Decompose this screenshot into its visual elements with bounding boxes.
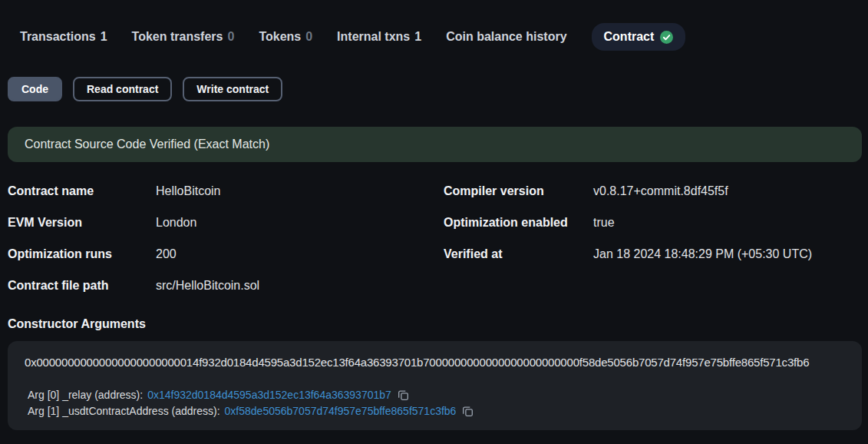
tab-label: Coin balance history bbox=[446, 30, 566, 44]
tab-transactions[interactable]: Transactions 1 bbox=[20, 30, 107, 44]
arg-1-prefix: Arg [1] _usdtContractAddress (address): bbox=[28, 403, 220, 419]
tab-coin-balance-history[interactable]: Coin balance history bbox=[446, 30, 566, 44]
tab-bar: Transactions 1 Token transfers 0 Tokens … bbox=[20, 22, 868, 52]
tab-label: Tokens bbox=[259, 30, 301, 44]
tab-count: 1 bbox=[101, 30, 107, 44]
contract-info-grid: Contract name HelloBitcoin Compiler vers… bbox=[8, 184, 868, 293]
verified-check-icon bbox=[660, 31, 673, 44]
tab-internal-txns[interactable]: Internal txns 1 bbox=[337, 30, 421, 44]
tab-label: Token transfers bbox=[132, 30, 223, 44]
contract-file-path-label: Contract file path bbox=[8, 279, 156, 293]
tab-label: Contract bbox=[604, 30, 655, 44]
arg-1-address-link[interactable]: 0xf58de5056b7057d74f957e75bffe865f571c3f… bbox=[225, 403, 457, 419]
evm-version-value: London bbox=[156, 216, 444, 230]
compiler-version-value: v0.8.17+commit.8df45f5f bbox=[593, 184, 868, 198]
contract-file-path-value: src/HelloBitcoin.sol bbox=[156, 279, 444, 293]
tab-contract[interactable]: Contract bbox=[592, 23, 686, 51]
decoded-args-list: Arg [0] _relay (address): 0x14f932d0184d… bbox=[28, 387, 845, 419]
constructor-arguments-block: 0x00000000000000000000000014f932d0184d45… bbox=[8, 341, 862, 430]
arg-row-1: Arg [1] _usdtContractAddress (address): … bbox=[28, 403, 845, 419]
code-button[interactable]: Code bbox=[8, 77, 62, 101]
optimization-enabled-label: Optimization enabled bbox=[444, 216, 593, 230]
read-contract-button[interactable]: Read contract bbox=[73, 77, 172, 101]
contract-subtabs: Code Read contract Write contract bbox=[8, 77, 868, 101]
optimization-enabled-value: true bbox=[593, 216, 868, 230]
evm-version-label: EVM Version bbox=[8, 216, 156, 230]
tab-count: 1 bbox=[414, 30, 421, 44]
arg-row-0: Arg [0] _relay (address): 0x14f932d0184d… bbox=[28, 387, 845, 403]
arg-0-prefix: Arg [0] _relay (address): bbox=[28, 387, 143, 403]
contract-name-value: HelloBitcoin bbox=[156, 184, 444, 198]
tab-label: Transactions bbox=[20, 30, 96, 44]
optimization-runs-value: 200 bbox=[156, 247, 444, 261]
arg-0-address-link[interactable]: 0x14f932d0184d4595a3d152ec13f64a36393701… bbox=[147, 387, 391, 403]
verified-banner: Contract Source Code Verified (Exact Mat… bbox=[8, 127, 862, 162]
compiler-version-label: Compiler version bbox=[444, 184, 593, 198]
verified-at-label: Verified at bbox=[444, 247, 593, 261]
constructor-raw-hex: 0x00000000000000000000000014f932d0184d45… bbox=[25, 356, 845, 369]
verified-at-value: Jan 18 2024 18:48:29 PM (+05:30 UTC) bbox=[593, 247, 868, 261]
write-contract-button[interactable]: Write contract bbox=[183, 77, 282, 101]
copy-icon[interactable] bbox=[398, 389, 409, 401]
verified-banner-text: Contract Source Code Verified (Exact Mat… bbox=[25, 138, 269, 151]
tab-count: 0 bbox=[227, 30, 234, 44]
copy-icon[interactable] bbox=[462, 406, 474, 417]
tab-count: 0 bbox=[305, 30, 312, 44]
tab-token-transfers[interactable]: Token transfers 0 bbox=[132, 30, 235, 44]
optimization-runs-label: Optimization runs bbox=[8, 247, 156, 261]
tab-tokens[interactable]: Tokens 0 bbox=[259, 30, 312, 44]
contract-name-label: Contract name bbox=[8, 184, 156, 198]
tab-label: Internal txns bbox=[337, 30, 410, 44]
constructor-arguments-heading: Constructor Arguments bbox=[8, 317, 868, 331]
